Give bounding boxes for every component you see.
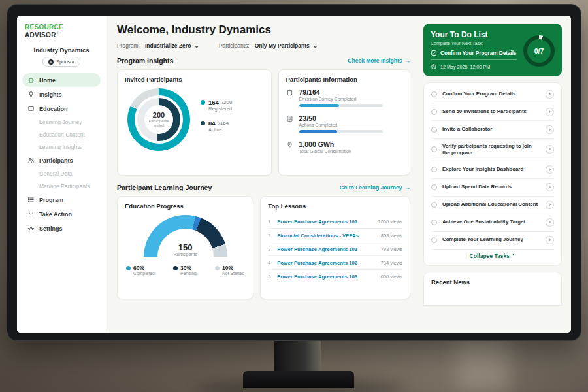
todo-summary-card: Your To Do List Complete Your Next Task:… <box>423 24 562 76</box>
task-checkbox[interactable] <box>431 184 437 190</box>
lesson-row: 4 Power Purchase Agreements 102 734 view… <box>268 256 402 270</box>
sidebar-item-learning-insights[interactable]: Learning Insights <box>22 141 101 153</box>
lesson-row: 2 Financial Considerations - VPPAs 803 v… <box>268 229 402 242</box>
lesson-views: 734 views <box>381 260 402 266</box>
lesson-title-link[interactable]: Power Purchase Agreements 103 <box>277 274 376 280</box>
brand-logo: RESOURCE ADVISOR+ <box>17 22 106 44</box>
donut-center-value: 200 <box>153 111 165 119</box>
task-row-achieve-sustainability-target[interactable]: Achieve One Sustainability Target › <box>431 214 554 232</box>
main-content: Welcome, Industry Dynamics Program: Indu… <box>106 16 419 333</box>
sidebar-item-home[interactable]: Home <box>22 73 101 87</box>
chevron-right-icon[interactable]: › <box>546 183 554 191</box>
chevron-right-icon[interactable]: › <box>546 236 554 244</box>
invited-participants-donut-chart: 200 Participants Invited <box>127 88 190 151</box>
task-row-upload-spend-data[interactable]: Upload Spend Data Records › <box>431 179 554 197</box>
lesson-rank: 2 <box>268 233 272 238</box>
task-checkbox[interactable] <box>431 146 437 152</box>
info-value: 79/164 <box>299 88 383 96</box>
task-row-complete-learning-journey[interactable]: Complete Your Learning Journey › <box>431 232 554 250</box>
sidebar-item-insights[interactable]: Insights <box>22 88 101 101</box>
sidebar-item-label: Home <box>39 77 56 84</box>
brand-advisor: ADVISOR+ <box>25 31 59 39</box>
task-checkbox[interactable] <box>431 237 437 243</box>
sidebar-item-program[interactable]: Program <box>22 193 101 206</box>
consumption-pin-icon <box>286 141 293 148</box>
sidebar-item-participants[interactable]: Participants <box>22 154 101 167</box>
task-list-card: Confirm Your Program Details › Send 50 I… <box>423 82 562 266</box>
lesson-rank: 1 <box>268 220 272 224</box>
card-title: Participants Information <box>286 76 402 83</box>
brand-resource: RESOURCE <box>25 24 63 31</box>
card-title: Invited Participants <box>125 76 264 83</box>
task-row-verify-participants[interactable]: Verify participants requesting to join t… <box>431 139 554 161</box>
participants-filter-label: Participants: <box>219 42 250 49</box>
info-value: 1,000 GWh <box>299 140 351 148</box>
sponsor-badge: s Sponsor <box>42 57 80 67</box>
lesson-rank: 3 <box>268 247 272 252</box>
task-row-explore-insights[interactable]: Explore Your Insights Dashboard › <box>431 161 554 179</box>
task-checkbox[interactable] <box>431 127 437 133</box>
lightbulb-icon <box>27 91 35 98</box>
lesson-views: 793 views <box>381 246 402 252</box>
sidebar-item-take-action[interactable]: Take Action <box>22 207 101 221</box>
lesson-row: 3 Power Purchase Agreements 101 793 view… <box>268 242 402 256</box>
lesson-title-link[interactable]: Financial Considerations - VPPAs <box>277 233 376 238</box>
todo-title: Your To Do List <box>431 30 517 39</box>
sidebar-item-education[interactable]: Education <box>22 102 101 116</box>
task-row-invite-collaborator[interactable]: Invite a Collaborator › <box>431 121 554 139</box>
chevron-down-icon: ⌄ <box>313 42 318 49</box>
sidebar-item-manage-participants[interactable]: Manage Participants <box>22 180 101 192</box>
chevron-right-icon[interactable]: › <box>546 165 554 174</box>
chevron-right-icon[interactable]: › <box>546 145 554 154</box>
sidebar-item-settings[interactable]: Settings <box>22 221 101 235</box>
lesson-title-link[interactable]: Power Purchase Agreements 101 <box>277 219 373 225</box>
task-row-send-invitations[interactable]: Send 50 Invitations to Participants › <box>431 103 554 121</box>
chevron-right-icon[interactable]: › <box>546 125 554 134</box>
filter-bar: Program: Industrialize Zero ⌄ Participan… <box>117 42 410 49</box>
collapse-caret-icon: ⌃ <box>511 253 515 259</box>
sidebar-item-label: Take Action <box>39 211 72 218</box>
clock-icon <box>431 63 437 70</box>
collapse-tasks-link[interactable]: Collapse Tasks ⌃ <box>431 250 554 261</box>
task-checkbox[interactable] <box>431 202 437 208</box>
chevron-down-icon: ⌄ <box>194 42 199 49</box>
sidebar-item-label: Participants <box>39 157 73 164</box>
sidebar-item-learning-journey[interactable]: Learning Journey <box>22 116 101 128</box>
chevron-right-icon[interactable]: › <box>546 90 554 99</box>
lesson-rank: 4 <box>268 261 272 265</box>
recent-news-card: Recent News <box>423 272 562 306</box>
task-checkbox[interactable] <box>431 109 437 115</box>
info-label: Emission Survey Completed <box>299 97 383 101</box>
page-title: Welcome, Industry Dynamics <box>117 24 410 37</box>
chevron-right-icon[interactable]: › <box>546 108 554 116</box>
legend-dot-registered <box>201 100 205 105</box>
todo-progress-value: 0/7 <box>534 47 544 55</box>
legend-dot-completed <box>126 266 131 270</box>
lesson-title-link[interactable]: Power Purchase Agreements 102 <box>277 260 376 266</box>
participants-information-card: Participants Information 79/164 Emission… <box>278 69 410 176</box>
lesson-row: 5 Power Purchase Agreements 103 600 view… <box>268 270 402 283</box>
next-task-row[interactable]: Confirm Your Program Details <box>431 50 517 60</box>
task-checkbox[interactable] <box>431 91 437 97</box>
actions-progress-bar <box>299 130 383 133</box>
lesson-title-link[interactable]: Power Purchase Agreements 101 <box>277 246 376 252</box>
section-title-program-insights: Program Insights <box>117 57 173 65</box>
info-label: Total Global Consumption <box>299 149 351 154</box>
task-row-confirm-program[interactable]: Confirm Your Program Details › <box>431 86 554 103</box>
go-to-learning-journey-link[interactable]: Go to Learning Journey → <box>340 184 410 191</box>
task-row-upload-educational-content[interactable]: Upload Additional Educational Content › <box>431 197 554 214</box>
participants-filter-dropdown[interactable]: Only My Participants ⌄ <box>255 42 318 49</box>
sidebar-item-education-content[interactable]: Education Content <box>22 129 101 140</box>
gauge-center-label: Participants <box>144 252 227 257</box>
chevron-right-icon[interactable]: › <box>546 201 554 209</box>
task-checkbox[interactable] <box>431 220 437 225</box>
sidebar-item-general-data[interactable]: General Data <box>22 168 101 180</box>
chevron-right-icon[interactable]: › <box>546 218 554 227</box>
task-checkbox[interactable] <box>431 167 437 172</box>
info-label: Actions Completed <box>299 123 383 127</box>
program-filter-dropdown[interactable]: Industrialize Zero ⌄ <box>145 42 199 49</box>
book-icon <box>27 105 35 112</box>
donut-legend: 164/200 Registered 84/164 Active <box>201 99 232 140</box>
screen: RESOURCE ADVISOR+ Industry Dynamics s Sp… <box>17 16 571 333</box>
check-more-insights-link[interactable]: Check More Insights → <box>348 57 410 64</box>
